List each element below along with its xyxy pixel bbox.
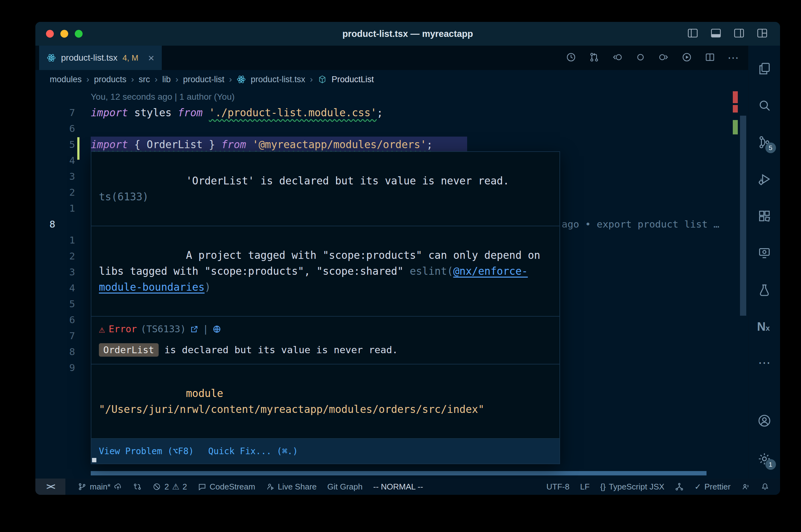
search-icon[interactable] [757, 98, 771, 113]
hover-ts-message: 'OrderList' is declared but its value is… [186, 175, 509, 187]
breadcrumb-separator: › [176, 74, 178, 84]
line-number: 4 [35, 153, 80, 169]
hover-problem-widget: 'OrderList' is declared but its value is… [91, 151, 560, 464]
overview-error-mark [733, 105, 738, 113]
error-detail-text: is declared but its value is never read. [159, 344, 398, 355]
tab-product-list[interactable]: product-list.tsx 4, M × [39, 46, 162, 70]
history-icon[interactable] [565, 52, 577, 64]
more-actions-icon[interactable]: ⋯ [727, 52, 739, 63]
toggle-sidebar-icon[interactable] [687, 27, 699, 40]
codelens-blame-header[interactable]: You, 12 seconds ago | 1 author (You) [35, 89, 748, 105]
open-external-icon[interactable] [189, 324, 199, 334]
problems-status[interactable]: 2 ⚠ 2 [152, 482, 187, 492]
hover-resize-handle[interactable] [92, 458, 96, 462]
tab-close-icon[interactable]: × [148, 53, 154, 63]
pull-request-icon[interactable] [588, 52, 600, 64]
branch-status[interactable]: main* [78, 482, 122, 492]
changes-icon[interactable] [635, 52, 646, 64]
hover-eslint-diagnostic: A project tagged with "scope:products" c… [91, 226, 560, 316]
line-number: 2 [35, 248, 80, 264]
hover-footer: View Problem (⌥F8) Quick Fix... (⌘.) [91, 438, 560, 463]
prev-change-icon[interactable] [612, 52, 623, 64]
customize-layout-icon[interactable] [756, 27, 768, 40]
react-file-icon [237, 75, 246, 84]
toggle-panel-icon[interactable] [710, 27, 722, 40]
split-editor-icon[interactable] [704, 52, 715, 64]
hub-icon [675, 482, 684, 491]
code-line[interactable]: 5import { OrderList } from '@myreactapp/… [35, 137, 748, 153]
code-line[interactable]: 6 [35, 121, 748, 137]
line-number: 4 [35, 280, 80, 296]
tab-modified-badge: 4, M [123, 53, 139, 63]
editor[interactable]: You, 12 seconds ago | 1 author (You) 7im… [35, 89, 748, 478]
notifications-status[interactable] [761, 482, 769, 491]
error-detail-row: OrderList is declared but its value is n… [99, 341, 552, 359]
line-number: 9 [35, 360, 80, 376]
inline-blame: ago • export product list … [562, 216, 719, 232]
vim-mode-label: -- NORMAL -- [373, 482, 423, 492]
globe-icon[interactable] [212, 324, 221, 334]
module-keyword: module [186, 387, 223, 399]
hover-eslint-close: ) [205, 281, 211, 293]
feedback-status[interactable] [741, 482, 750, 491]
testing-flask-icon[interactable] [757, 283, 771, 297]
encoding-status[interactable]: UTF-8 [546, 482, 569, 492]
close-window-button[interactable] [46, 30, 54, 38]
nx-console-icon[interactable]: Nx [757, 320, 771, 334]
breadcrumb-lib[interactable]: lib [162, 75, 171, 84]
warning-icon: ⚠ [172, 482, 179, 492]
breadcrumb-product-list[interactable]: product-list [183, 75, 224, 84]
activity-bar: 5 Nx ⋯ 1 [748, 46, 780, 478]
zoom-window-button[interactable] [75, 30, 83, 38]
remote-indicator[interactable]: >< [35, 478, 66, 495]
code-line[interactable]: 7import styles from './product-list.modu… [35, 105, 748, 121]
live-share-status[interactable]: Live Share [266, 482, 317, 492]
code-text: import styles from './product-list.modul… [91, 105, 383, 121]
hover-module-row: module "/Users/juri/nrwl/content/myreact… [91, 364, 560, 438]
git-graph-status[interactable]: Git Graph [327, 482, 363, 492]
eol-status[interactable]: LF [580, 482, 589, 492]
extensions-icon[interactable] [757, 209, 771, 223]
toggle-secondary-sidebar-icon[interactable] [733, 27, 745, 40]
error-label: Error [109, 322, 137, 337]
accounts-icon[interactable] [757, 414, 771, 428]
overview-change-mark [733, 120, 738, 134]
next-change-icon[interactable] [658, 52, 669, 64]
traffic-lights [46, 30, 83, 38]
vim-mode-status[interactable]: -- NORMAL -- [373, 482, 423, 492]
branch-name: main* [90, 482, 110, 492]
explorer-icon[interactable] [757, 61, 771, 76]
codelens-text[interactable]: You, 12 seconds ago | 1 author (You) [91, 89, 235, 105]
hub-status[interactable] [675, 482, 684, 491]
prettier-status[interactable]: ✓ Prettier [694, 482, 731, 492]
breadcrumb-symbol[interactable]: ProductList [332, 75, 374, 84]
cloud-upload-icon [113, 482, 122, 491]
source-control-graph-icon[interactable]: 5 [757, 135, 771, 149]
view-problem-link[interactable]: View Problem (⌥F8) [99, 443, 194, 459]
breadcrumb-products[interactable]: products [94, 75, 126, 84]
language-status[interactable]: {} TypeScript JSX [600, 482, 664, 492]
vertical-scrollbar[interactable] [740, 116, 746, 316]
minimize-window-button[interactable] [60, 30, 68, 38]
breadcrumb-separator: › [86, 74, 89, 84]
check-icon: ✓ [694, 482, 701, 492]
additional-views-icon[interactable]: ⋯ [757, 356, 771, 371]
line-number: 7 [35, 328, 80, 344]
run-file-icon[interactable] [681, 52, 692, 64]
warning-count: 2 [182, 482, 187, 492]
breadcrumb-file[interactable]: product-list.tsx [251, 75, 305, 84]
codestream-status[interactable]: CodeStream [198, 482, 255, 492]
settings-gear-icon[interactable]: 1 [757, 452, 771, 466]
breadcrumb-modules[interactable]: modules [50, 75, 82, 84]
quick-fix-link[interactable]: Quick Fix... (⌘.) [208, 443, 298, 459]
line-number: 3 [35, 264, 80, 280]
line-number: 1 [35, 201, 80, 216]
horizontal-scrollbar[interactable] [91, 471, 707, 475]
breadcrumb-src[interactable]: src [139, 75, 150, 84]
compare-status[interactable] [133, 482, 142, 491]
git-graph-label: Git Graph [327, 482, 363, 492]
run-debug-icon[interactable] [757, 172, 771, 186]
remote-explorer-icon[interactable] [757, 246, 771, 260]
breadcrumb: modules › products › src › lib › product… [35, 70, 748, 89]
line-number: 5 [35, 137, 80, 153]
